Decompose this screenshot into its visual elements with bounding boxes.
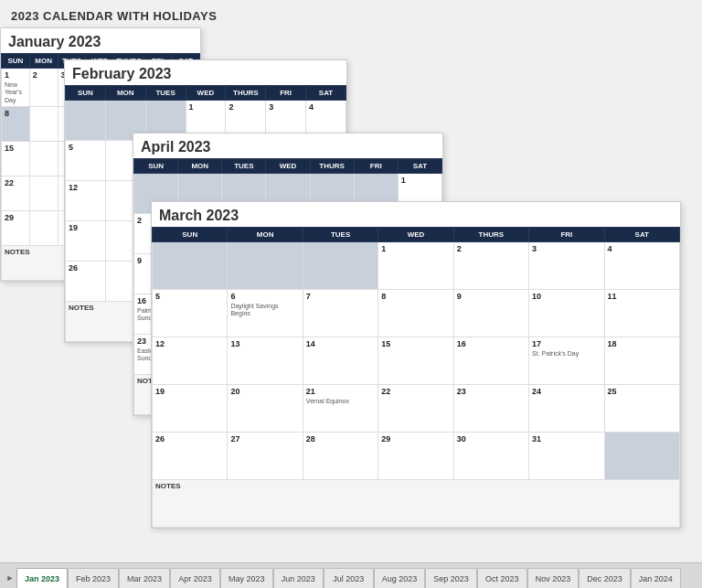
feb-title: February 2023 xyxy=(65,60,346,85)
mar-title: March 2023 xyxy=(152,202,680,227)
tab-sep-2023[interactable]: Sep 2023 xyxy=(425,568,477,588)
jan-col-sun: SUN xyxy=(2,54,30,69)
table-row: 28 xyxy=(303,433,378,480)
table-row xyxy=(66,101,106,141)
table-row: 26 27 28 29 30 31 xyxy=(153,433,680,480)
mar-col-tue: TUES xyxy=(303,228,378,242)
table-row: 4 xyxy=(604,242,679,290)
mar-col-sat: SAT xyxy=(604,228,679,242)
table-row: 22 xyxy=(378,385,453,433)
table-row: 24 xyxy=(529,385,604,433)
table-row: 17St. Patrick's Day xyxy=(529,337,604,385)
table-row: 26 xyxy=(66,262,106,302)
table-row: 21Vernal Equinox xyxy=(303,385,378,433)
table-row: 2 xyxy=(453,242,528,290)
mar-col-wed: WED xyxy=(378,228,453,242)
table-row: 8 xyxy=(378,290,453,337)
table-row: 13 xyxy=(228,337,303,385)
jan-title: January 2023 xyxy=(1,28,200,53)
tab-jun-2023[interactable]: Jun 2023 xyxy=(273,568,324,588)
table-row: 7 xyxy=(303,290,378,337)
table-row: 27 xyxy=(228,433,303,480)
mar-col-mon: MON xyxy=(228,228,303,242)
mar-col-thu: THURS xyxy=(453,228,528,242)
table-row: 12 xyxy=(153,337,228,385)
table-row xyxy=(604,433,679,480)
table-row: 20 xyxy=(228,385,303,433)
table-row: 11 xyxy=(604,290,679,337)
apr-col-mon: MON xyxy=(178,159,222,174)
apr-title: April 2023 xyxy=(133,134,442,158)
jan-col-mon: MON xyxy=(29,54,58,69)
mar-notes: NOTES xyxy=(153,480,680,528)
table-row: 6Daylight SavingsBegins xyxy=(228,290,303,337)
tab-may-2023[interactable]: May 2023 xyxy=(220,568,273,588)
table-row: 3 xyxy=(529,242,604,290)
table-row: 14 xyxy=(303,337,378,385)
table-row: 1New Year's Day xyxy=(2,69,30,107)
table-row: 15 xyxy=(2,142,30,176)
feb-col-sun: SUN xyxy=(66,86,106,101)
tab-dec-2023[interactable]: Dec 2023 xyxy=(579,568,631,588)
tab-apr-2023[interactable]: Apr 2023 xyxy=(170,568,220,588)
march-calendar: March 2023 SUN MON TUES WED THURS FRI SA… xyxy=(151,201,681,529)
tab-oct-2023[interactable]: Oct 2023 xyxy=(477,568,527,588)
tab-jan-2024[interactable]: Jan 2024 xyxy=(631,568,681,588)
feb-col-tue: TUES xyxy=(145,86,186,101)
mar-table: SUN MON TUES WED THURS FRI SAT 1 2 3 xyxy=(152,227,680,528)
table-row xyxy=(29,142,58,176)
apr-col-tue: TUES xyxy=(222,159,266,174)
table-row: 1 2 3 4 xyxy=(153,242,680,290)
table-row: 12 13 14 15 16 17St. Patrick's Day 18 xyxy=(153,337,680,385)
table-row: 29 xyxy=(378,433,453,480)
table-row: 30 xyxy=(453,433,528,480)
table-row: 31 xyxy=(529,433,604,480)
tab-jul-2023[interactable]: Jul 2023 xyxy=(324,568,374,588)
table-row: 1 xyxy=(378,242,453,290)
tab-mar-2023[interactable]: Mar 2023 xyxy=(119,568,170,588)
feb-col-thu: THURS xyxy=(226,86,266,101)
tab-left-arrow[interactable]: ► xyxy=(4,568,16,588)
apr-col-fri: FRI xyxy=(354,159,398,174)
table-row: 5 6Daylight SavingsBegins 7 8 9 10 11 xyxy=(153,290,680,337)
tab-feb-2023[interactable]: Feb 2023 xyxy=(68,568,119,588)
apr-col-thu: THURS xyxy=(310,159,354,174)
tab-jan-2023[interactable]: Jan 2023 xyxy=(16,568,68,588)
table-row: 18 xyxy=(604,337,679,385)
mar-col-sun: SUN xyxy=(153,228,228,242)
apr-col-sat: SAT xyxy=(398,159,441,174)
apr-col-wed: WED xyxy=(266,159,310,174)
feb-col-wed: WED xyxy=(186,86,226,101)
table-row: 12 xyxy=(66,181,106,221)
table-row: 22 xyxy=(2,176,30,211)
table-row: 2 xyxy=(29,69,58,107)
table-row: NOTES xyxy=(153,480,680,528)
tab-nov-2023[interactable]: Nov 2023 xyxy=(527,568,580,588)
table-row: 23 xyxy=(453,385,528,433)
table-row xyxy=(303,242,378,290)
table-row: 26 xyxy=(153,433,228,480)
table-row xyxy=(29,211,58,246)
table-row: 5 xyxy=(153,290,228,337)
table-row: 19 20 21Vernal Equinox 22 23 24 25 xyxy=(153,385,680,433)
table-row: 10 xyxy=(529,290,604,337)
main-content: 2023 CALENDAR WITH HOLIDAYS January 2023… xyxy=(0,0,702,562)
mar-col-fri: FRI xyxy=(529,228,604,242)
table-row xyxy=(153,242,228,290)
table-row xyxy=(29,176,58,211)
feb-col-sat: SAT xyxy=(306,86,346,101)
page-title: 2023 CALENDAR WITH HOLIDAYS xyxy=(11,9,691,23)
table-row: 29 xyxy=(2,211,30,246)
table-row xyxy=(228,242,303,290)
feb-col-mon: MON xyxy=(105,86,145,101)
table-row: 5 xyxy=(66,141,106,181)
tab-aug-2023[interactable]: Aug 2023 xyxy=(374,568,426,588)
table-row: 16 xyxy=(453,337,528,385)
table-row: 8 xyxy=(2,107,30,142)
tab-bar: ► Jan 2023 Feb 2023 Mar 2023 Apr 2023 Ma… xyxy=(0,562,702,588)
apr-col-sun: SUN xyxy=(134,159,178,174)
table-row: 19 xyxy=(153,385,228,433)
table-row: 25 xyxy=(604,385,679,433)
table-row: 15 xyxy=(378,337,453,385)
feb-col-fri: FRI xyxy=(266,86,306,101)
